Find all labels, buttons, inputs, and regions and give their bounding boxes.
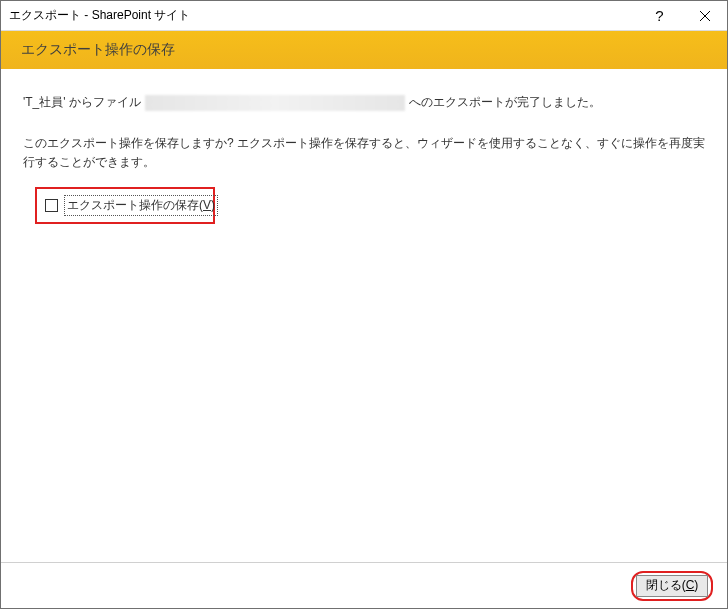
message-suffix: へのエクスポートが完了しました。 — [409, 93, 601, 112]
titlebar: エクスポート - SharePoint サイト ? — [1, 1, 727, 31]
close-window-button[interactable] — [682, 1, 727, 30]
save-export-checkbox-label[interactable]: エクスポート操作の保存(V) — [64, 195, 218, 216]
wizard-content: 'T_社員' からファイル へのエクスポートが完了しました。 このエクスポート操… — [1, 69, 727, 562]
close-button[interactable]: 閉じる(C) — [636, 575, 708, 597]
export-wizard-dialog: エクスポート - SharePoint サイト ? エクスポート操作の保存 'T… — [0, 0, 728, 609]
close-icon — [700, 11, 710, 21]
redacted-filepath — [145, 95, 405, 111]
help-button[interactable]: ? — [637, 1, 682, 30]
export-complete-message: 'T_社員' からファイル へのエクスポートが完了しました。 — [23, 93, 705, 112]
close-button-highlight: 閉じる(C) — [631, 571, 713, 601]
save-steps-highlight: エクスポート操作の保存(V) — [35, 187, 215, 224]
window-title: エクスポート - SharePoint サイト — [9, 7, 637, 24]
message-prefix: 'T_社員' からファイル — [23, 93, 141, 112]
save-prompt-message: このエクスポート操作を保存しますか? エクスポート操作を保存すると、ウィザードを… — [23, 134, 705, 172]
wizard-banner-title: エクスポート操作の保存 — [21, 41, 175, 59]
wizard-banner: エクスポート操作の保存 — [1, 31, 727, 69]
save-export-checkbox[interactable] — [45, 199, 58, 212]
wizard-footer: 閉じる(C) — [1, 562, 727, 608]
